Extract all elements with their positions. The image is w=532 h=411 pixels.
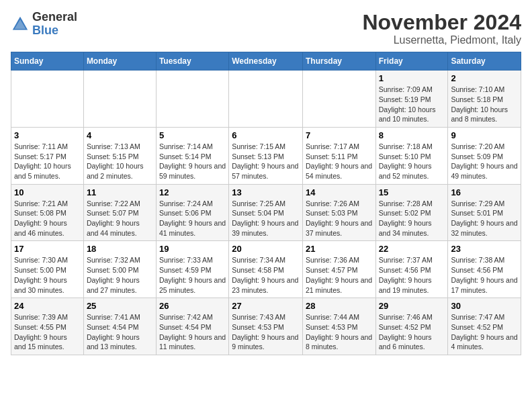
day-number: 7 [306, 130, 373, 140]
calendar-table: SundayMondayTuesdayWednesdayThursdayFrid… [11, 52, 521, 355]
calendar-day-cell: 4Sunrise: 7:13 AM Sunset: 5:15 PM Daylig… [83, 127, 156, 184]
day-info: Sunrise: 7:28 AM Sunset: 5:02 PM Dayligh… [379, 199, 445, 238]
weekday-header: Thursday [302, 52, 375, 71]
day-number: 22 [379, 244, 445, 254]
day-info: Sunrise: 7:41 AM Sunset: 4:54 PM Dayligh… [87, 312, 153, 352]
day-info: Sunrise: 7:38 AM Sunset: 4:56 PM Dayligh… [451, 255, 518, 295]
calendar-day-cell: 24Sunrise: 7:39 AM Sunset: 4:55 PM Dayli… [11, 298, 84, 355]
day-info: Sunrise: 7:10 AM Sunset: 5:18 PM Dayligh… [451, 85, 518, 124]
day-number: 17 [14, 244, 81, 254]
day-info: Sunrise: 7:43 AM Sunset: 4:53 PM Dayligh… [232, 312, 300, 352]
day-number: 3 [14, 130, 81, 140]
calendar-subtitle: Lusernetta, Piedmont, Italy [362, 34, 521, 46]
calendar-title: November 2024 [362, 11, 521, 34]
day-info: Sunrise: 7:36 AM Sunset: 4:57 PM Dayligh… [306, 255, 373, 295]
logo-icon [11, 15, 30, 34]
day-info: Sunrise: 7:42 AM Sunset: 4:54 PM Dayligh… [159, 312, 226, 352]
logo: General Blue [11, 11, 77, 38]
day-info: Sunrise: 7:17 AM Sunset: 5:11 PM Dayligh… [306, 142, 373, 181]
calendar-day-cell: 19Sunrise: 7:33 AM Sunset: 4:59 PM Dayli… [156, 241, 228, 298]
day-number: 16 [451, 187, 518, 197]
day-number: 12 [159, 187, 226, 197]
calendar-week-row: 1Sunrise: 7:09 AM Sunset: 5:19 PM Daylig… [11, 71, 521, 128]
calendar-day-cell: 1Sunrise: 7:09 AM Sunset: 5:19 PM Daylig… [375, 71, 448, 128]
day-number: 4 [87, 130, 153, 140]
day-number: 11 [87, 187, 153, 197]
day-number: 6 [232, 130, 300, 140]
weekday-header: Wednesday [229, 52, 303, 71]
calendar-day-cell: 27Sunrise: 7:43 AM Sunset: 4:53 PM Dayli… [229, 298, 303, 355]
calendar-week-row: 17Sunrise: 7:30 AM Sunset: 5:00 PM Dayli… [11, 241, 521, 298]
calendar-day-cell: 25Sunrise: 7:41 AM Sunset: 4:54 PM Dayli… [83, 298, 156, 355]
calendar-day-cell: 28Sunrise: 7:44 AM Sunset: 4:53 PM Dayli… [302, 298, 375, 355]
day-number: 29 [379, 301, 445, 311]
day-number: 14 [306, 187, 373, 197]
calendar-day-cell: 5Sunrise: 7:14 AM Sunset: 5:14 PM Daylig… [156, 127, 228, 184]
calendar-day-cell: 29Sunrise: 7:46 AM Sunset: 4:52 PM Dayli… [375, 298, 448, 355]
day-number: 24 [14, 301, 81, 311]
day-number: 27 [232, 301, 300, 311]
day-number: 10 [14, 187, 81, 197]
day-number: 8 [379, 130, 445, 140]
day-info: Sunrise: 7:37 AM Sunset: 4:56 PM Dayligh… [379, 255, 445, 295]
weekday-header-row: SundayMondayTuesdayWednesdayThursdayFrid… [11, 52, 521, 71]
calendar-day-cell [229, 71, 303, 128]
page-header: General Blue November 2024 Lusernetta, P… [11, 11, 521, 46]
logo-blue: Blue [32, 24, 58, 37]
calendar-day-cell: 6Sunrise: 7:15 AM Sunset: 5:13 PM Daylig… [229, 127, 303, 184]
logo-general: General [32, 10, 77, 24]
calendar-day-cell: 8Sunrise: 7:18 AM Sunset: 5:10 PM Daylig… [375, 127, 448, 184]
calendar-day-cell [156, 71, 228, 128]
calendar-day-cell: 15Sunrise: 7:28 AM Sunset: 5:02 PM Dayli… [375, 184, 448, 241]
calendar-day-cell: 11Sunrise: 7:22 AM Sunset: 5:07 PM Dayli… [83, 184, 156, 241]
calendar-day-cell: 3Sunrise: 7:11 AM Sunset: 5:17 PM Daylig… [11, 127, 84, 184]
day-info: Sunrise: 7:22 AM Sunset: 5:07 PM Dayligh… [87, 199, 153, 238]
calendar-day-cell [302, 71, 375, 128]
day-info: Sunrise: 7:30 AM Sunset: 5:00 PM Dayligh… [14, 255, 81, 295]
weekday-header: Tuesday [156, 52, 228, 71]
day-info: Sunrise: 7:18 AM Sunset: 5:10 PM Dayligh… [379, 142, 445, 181]
weekday-header: Sunday [11, 52, 84, 71]
calendar-day-cell: 26Sunrise: 7:42 AM Sunset: 4:54 PM Dayli… [156, 298, 228, 355]
day-number: 30 [451, 301, 518, 311]
day-info: Sunrise: 7:24 AM Sunset: 5:06 PM Dayligh… [159, 199, 226, 238]
day-info: Sunrise: 7:09 AM Sunset: 5:19 PM Dayligh… [379, 85, 445, 124]
title-block: November 2024 Lusernetta, Piedmont, Ital… [362, 11, 521, 46]
day-number: 20 [232, 244, 300, 254]
calendar-day-cell: 21Sunrise: 7:36 AM Sunset: 4:57 PM Dayli… [302, 241, 375, 298]
weekday-header: Monday [83, 52, 156, 71]
day-info: Sunrise: 7:34 AM Sunset: 4:58 PM Dayligh… [232, 255, 300, 295]
day-number: 28 [306, 301, 373, 311]
calendar-day-cell: 10Sunrise: 7:21 AM Sunset: 5:08 PM Dayli… [11, 184, 84, 241]
weekday-header: Friday [375, 52, 448, 71]
calendar-day-cell: 23Sunrise: 7:38 AM Sunset: 4:56 PM Dayli… [448, 241, 521, 298]
weekday-header: Saturday [448, 52, 521, 71]
day-info: Sunrise: 7:33 AM Sunset: 4:59 PM Dayligh… [159, 255, 226, 295]
day-info: Sunrise: 7:13 AM Sunset: 5:15 PM Dayligh… [87, 142, 153, 181]
day-number: 19 [159, 244, 226, 254]
calendar-day-cell: 18Sunrise: 7:32 AM Sunset: 5:00 PM Dayli… [83, 241, 156, 298]
calendar-day-cell: 13Sunrise: 7:25 AM Sunset: 5:04 PM Dayli… [229, 184, 303, 241]
day-info: Sunrise: 7:46 AM Sunset: 4:52 PM Dayligh… [379, 312, 445, 352]
day-info: Sunrise: 7:15 AM Sunset: 5:13 PM Dayligh… [232, 142, 300, 181]
calendar-day-cell: 2Sunrise: 7:10 AM Sunset: 5:18 PM Daylig… [448, 71, 521, 128]
day-info: Sunrise: 7:39 AM Sunset: 4:55 PM Dayligh… [14, 312, 81, 352]
calendar-day-cell: 7Sunrise: 7:17 AM Sunset: 5:11 PM Daylig… [302, 127, 375, 184]
day-number: 25 [87, 301, 153, 311]
day-number: 5 [159, 130, 226, 140]
day-number: 13 [232, 187, 300, 197]
calendar-day-cell: 14Sunrise: 7:26 AM Sunset: 5:03 PM Dayli… [302, 184, 375, 241]
calendar-day-cell: 9Sunrise: 7:20 AM Sunset: 5:09 PM Daylig… [448, 127, 521, 184]
calendar-day-cell: 12Sunrise: 7:24 AM Sunset: 5:06 PM Dayli… [156, 184, 228, 241]
calendar-week-row: 24Sunrise: 7:39 AM Sunset: 4:55 PM Dayli… [11, 298, 521, 355]
day-info: Sunrise: 7:47 AM Sunset: 4:52 PM Dayligh… [451, 312, 518, 352]
day-info: Sunrise: 7:25 AM Sunset: 5:04 PM Dayligh… [232, 199, 300, 238]
day-info: Sunrise: 7:26 AM Sunset: 5:03 PM Dayligh… [306, 199, 373, 238]
day-number: 15 [379, 187, 445, 197]
day-number: 9 [451, 130, 518, 140]
day-info: Sunrise: 7:14 AM Sunset: 5:14 PM Dayligh… [159, 142, 226, 181]
calendar-day-cell: 20Sunrise: 7:34 AM Sunset: 4:58 PM Dayli… [229, 241, 303, 298]
day-number: 23 [451, 244, 518, 254]
day-info: Sunrise: 7:21 AM Sunset: 5:08 PM Dayligh… [14, 199, 81, 238]
day-number: 18 [87, 244, 153, 254]
